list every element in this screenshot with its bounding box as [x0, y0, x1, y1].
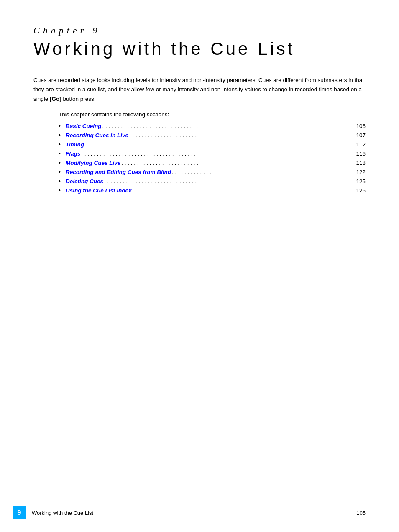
toc-dots-5: . . . . . . . . . . . . . [172, 169, 356, 175]
toc-entry[interactable]: Basic Cueing . . . . . . . . . . . . . .… [66, 123, 366, 129]
toc-page-3: 116 [356, 151, 366, 157]
toc-link-0[interactable]: Basic Cueing [66, 123, 102, 129]
intro-paragraph: Cues are recorded stage looks including … [33, 76, 366, 104]
toc-link-4[interactable]: Modifying Cues Live [66, 160, 120, 166]
toc-link-6[interactable]: Deleting Cues [66, 178, 103, 184]
toc-entry[interactable]: Deleting Cues. . . . . . . . . . . . . .… [66, 178, 366, 184]
toc-page-5: 122 [356, 169, 366, 175]
toc-page-6: 125 [356, 178, 366, 184]
intro-text-end: button press. [63, 96, 96, 102]
toc-list: Basic Cueing . . . . . . . . . . . . . .… [59, 123, 366, 194]
toc-list-item: Recording and Editing Cues from Blind . … [59, 169, 366, 175]
toc-link-2[interactable]: Timing [66, 141, 84, 148]
footer-page-number: 105 [356, 510, 366, 516]
page-container: Chapter 9 Working with the Cue List Cues… [0, 0, 399, 532]
toc-link-1[interactable]: Recording Cues in Live [66, 132, 128, 138]
toc-entry[interactable]: Flags . . . . . . . . . . . . . . . . . … [66, 151, 366, 157]
toc-entry[interactable]: Modifying Cues Live . . . . . . . . . . … [66, 160, 366, 166]
toc-page-0: 106 [356, 123, 366, 129]
toc-entry[interactable]: Recording and Editing Cues from Blind . … [66, 169, 366, 175]
toc-dots-2: . . . . . . . . . . . . . . . . . . . . … [85, 141, 356, 148]
toc-list-item: Timing . . . . . . . . . . . . . . . . .… [59, 141, 366, 148]
toc-entry[interactable]: Recording Cues in Live. . . . . . . . . … [66, 132, 366, 138]
toc-entry[interactable]: Timing . . . . . . . . . . . . . . . . .… [66, 141, 366, 148]
toc-list-item: Modifying Cues Live . . . . . . . . . . … [59, 159, 366, 166]
toc-dots-7: . . . . . . . . . . . . . . . . . . . . … [132, 187, 355, 194]
toc-link-7[interactable]: Using the Cue List Index [66, 187, 132, 194]
toc-list-item: Basic Cueing . . . . . . . . . . . . . .… [59, 123, 366, 129]
chapter-badge: 9 [13, 506, 26, 519]
toc-page-7: 126 [356, 187, 366, 194]
chapter-title: Working with the Cue List [33, 39, 366, 59]
toc-dots-3: . . . . . . . . . . . . . . . . . . . . … [81, 151, 355, 157]
toc-page-4: 118 [356, 160, 366, 166]
footer-left: 9 Working with the Cue List [13, 506, 93, 519]
toc-link-3[interactable]: Flags [66, 151, 80, 157]
title-rule [33, 64, 366, 64]
toc-dots-0: . . . . . . . . . . . . . . . . . . . . … [102, 123, 355, 129]
toc-dots-1: . . . . . . . . . . . . . . . . . . . . … [129, 132, 356, 138]
toc-dots-4: . . . . . . . . . . . . . . . . . . . . … [121, 160, 355, 166]
page-footer: 9 Working with the Cue List 105 [0, 506, 399, 519]
toc-link-5[interactable]: Recording and Editing Cues from Blind [66, 169, 171, 175]
intro-bold: [Go] [50, 96, 61, 102]
toc-list-item: Recording Cues in Live. . . . . . . . . … [59, 132, 366, 138]
toc-intro: This chapter contains the following sect… [59, 111, 366, 118]
toc-list-item: Deleting Cues. . . . . . . . . . . . . .… [59, 178, 366, 184]
toc-page-1: 107 [356, 132, 366, 138]
footer-chapter-title: Working with the Cue List [32, 510, 93, 516]
toc-dots-6: . . . . . . . . . . . . . . . . . . . . … [104, 178, 356, 184]
toc-list-item: Flags . . . . . . . . . . . . . . . . . … [59, 150, 366, 157]
toc-page-2: 112 [356, 141, 366, 148]
toc-entry[interactable]: Using the Cue List Index. . . . . . . . … [66, 187, 366, 194]
chapter-label: Chapter 9 [33, 25, 366, 36]
toc-list-item: Using the Cue List Index. . . . . . . . … [59, 187, 366, 194]
